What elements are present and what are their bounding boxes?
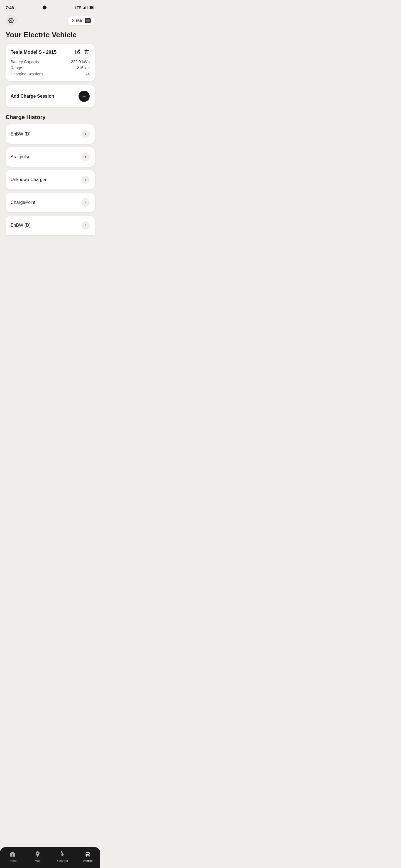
vehicle-name: Tesla Model S - 2015	[10, 50, 57, 55]
settings-button[interactable]	[6, 15, 17, 26]
history-item-4[interactable]: EnBW (D)	[6, 216, 95, 235]
wallet-amount: 2.15K	[71, 18, 83, 23]
status-bar: 7:48 LTE	[0, 0, 100, 12]
range-stat-row: Range 215 km	[10, 66, 90, 70]
chevron-right-icon-2	[81, 176, 90, 184]
history-item-label-2: Unknown Charger	[10, 177, 47, 182]
svg-rect-4	[86, 20, 90, 21]
battery-icon	[89, 6, 95, 9]
top-header: 2.15K	[0, 12, 100, 28]
vehicle-card-header: Tesla Model S - 2015	[10, 49, 90, 56]
chevron-right-icon-1	[81, 153, 90, 161]
status-indicators: LTE	[75, 6, 95, 10]
wallet-icon	[85, 18, 91, 23]
battery-value: 222.0 kWh	[71, 60, 90, 64]
history-item-0[interactable]: EnBW (D)	[6, 124, 95, 144]
card-actions	[75, 49, 90, 56]
chevron-right-icon-0	[81, 130, 90, 138]
history-item-label-3: ChargePoint	[10, 200, 35, 205]
gear-icon	[8, 18, 14, 23]
edit-icon	[75, 49, 80, 54]
signal-icon	[83, 6, 88, 9]
page-title: Your Electric Vehicle	[6, 31, 95, 39]
battery-stat-row: Battery Capacity 222.0 kWh	[10, 60, 90, 64]
camera-notch	[42, 6, 47, 9]
svg-point-2	[10, 20, 12, 22]
chevron-right-icon-4	[81, 221, 90, 229]
main-content: Your Electric Vehicle Tesla Model S - 20…	[0, 28, 100, 263]
battery-label: Battery Capacity	[10, 60, 39, 64]
charge-history-title: Charge History	[6, 114, 95, 121]
delete-vehicle-button[interactable]	[84, 49, 90, 56]
svg-rect-5	[88, 21, 89, 22]
sessions-label: Charging Sessions	[10, 72, 44, 76]
range-label: Range	[10, 66, 22, 70]
sessions-value: 24	[85, 72, 90, 76]
trash-icon	[84, 49, 89, 54]
chevron-right-icon-3	[81, 198, 90, 207]
vehicle-stats: Battery Capacity 222.0 kWh Range 215 km …	[10, 60, 90, 76]
history-item-label-4: EnBW (D)	[10, 223, 31, 228]
wallet-badge[interactable]: 2.15K	[68, 16, 95, 25]
vehicle-card: Tesla Model S - 2015	[6, 44, 95, 81]
sessions-stat-row: Charging Sessions 24	[10, 72, 90, 76]
history-item-3[interactable]: ChargePoint	[6, 193, 95, 212]
add-session-label: Add Charge Session	[10, 94, 54, 99]
svg-rect-1	[90, 6, 93, 9]
history-item-2[interactable]: Unknown Charger	[6, 170, 95, 189]
history-item-label-0: EnBW (D)	[10, 132, 31, 136]
add-session-button[interactable]: +	[79, 91, 90, 102]
edit-vehicle-button[interactable]	[75, 49, 81, 56]
history-item-label-1: Aral pulse	[10, 154, 30, 159]
add-session-card[interactable]: Add Charge Session +	[6, 85, 95, 107]
history-item-1[interactable]: Aral pulse	[6, 147, 95, 167]
status-time: 7:48	[6, 5, 14, 10]
plus-icon: +	[82, 93, 86, 99]
network-type: LTE	[75, 6, 81, 10]
range-value: 215 km	[77, 66, 90, 70]
